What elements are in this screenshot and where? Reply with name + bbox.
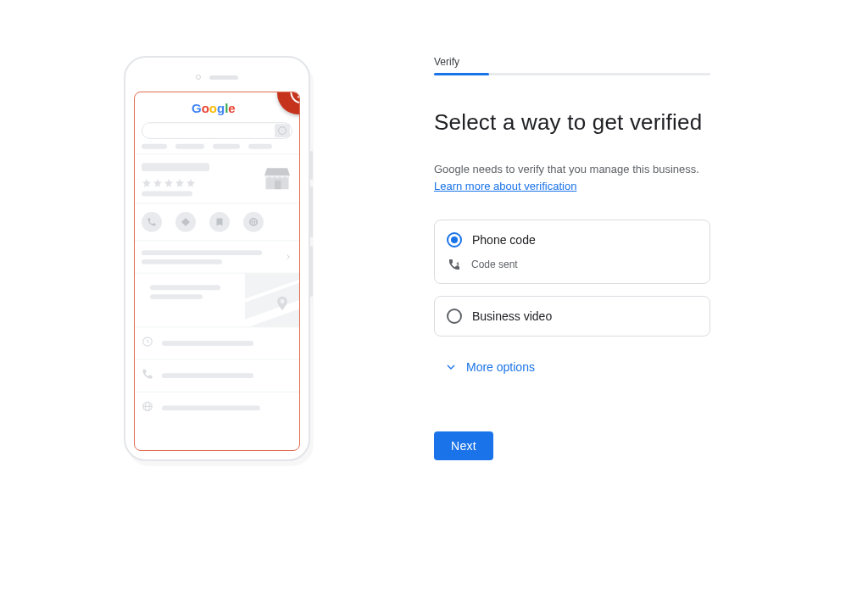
hours-row-placeholder: [135, 327, 299, 359]
business-header-placeholder: [135, 155, 299, 203]
chevron-right-icon: [284, 249, 292, 264]
option-phone-code-title: Phone code: [472, 233, 536, 247]
page-title: Select a way to get verified: [434, 109, 817, 136]
bookmark-icon: [209, 212, 230, 232]
phone-row-placeholder: [135, 360, 299, 392]
verification-illustration: Google: [0, 0, 434, 612]
star-icon: [186, 176, 196, 186]
option-phone-code-status: Code sent: [471, 259, 518, 270]
star-icon: [175, 176, 185, 186]
map-pin-icon: [274, 295, 291, 315]
google-logo: Google: [135, 92, 299, 122]
action-chips-placeholder: [135, 203, 299, 240]
option-business-video-title: Business video: [472, 309, 552, 323]
option-phone-code[interactable]: Phone code Code sent: [434, 220, 710, 284]
option-business-video[interactable]: Business video: [434, 296, 710, 337]
search-bar-placeholder: [135, 122, 299, 143]
globe-outline-icon: [142, 401, 153, 416]
map-thumbnail: [245, 274, 299, 327]
svg-text:Google: Google: [192, 103, 236, 116]
storefront-icon: [262, 163, 292, 196]
phone-outline-icon: [142, 368, 153, 383]
svg-point-1: [298, 96, 299, 97]
search-icon: [275, 124, 290, 137]
search-tabs-placeholder: [135, 144, 299, 154]
progress-bar: [434, 73, 710, 75]
star-icon: [142, 176, 152, 186]
subtitle-text: Google needs to verify that you manage t…: [434, 163, 699, 175]
phone-screen: Google: [134, 92, 300, 451]
address-row-placeholder: [135, 274, 299, 327]
phone-icon: [142, 212, 162, 232]
more-options-toggle[interactable]: More options: [434, 360, 817, 374]
phone-callback-icon: [448, 258, 461, 271]
svg-rect-3: [275, 181, 281, 189]
next-button[interactable]: Next: [434, 431, 493, 460]
more-options-label: More options: [466, 360, 535, 374]
star-icon: [164, 176, 174, 186]
phone-frame: Google: [124, 56, 310, 461]
radio-phone-code[interactable]: [447, 232, 462, 248]
chevron-down-icon: [444, 360, 458, 374]
website-row-placeholder: [135, 392, 299, 424]
clock-icon: [142, 336, 153, 351]
globe-icon: [243, 212, 264, 232]
phone-speaker: [196, 75, 238, 80]
progress-step-label: Verify: [434, 56, 817, 68]
directions-icon: [175, 212, 196, 232]
learn-more-link[interactable]: Learn more about verification: [434, 180, 576, 192]
radio-business-video[interactable]: [447, 309, 462, 324]
star-icon: [153, 176, 163, 186]
description-row-placeholder: [135, 241, 299, 272]
